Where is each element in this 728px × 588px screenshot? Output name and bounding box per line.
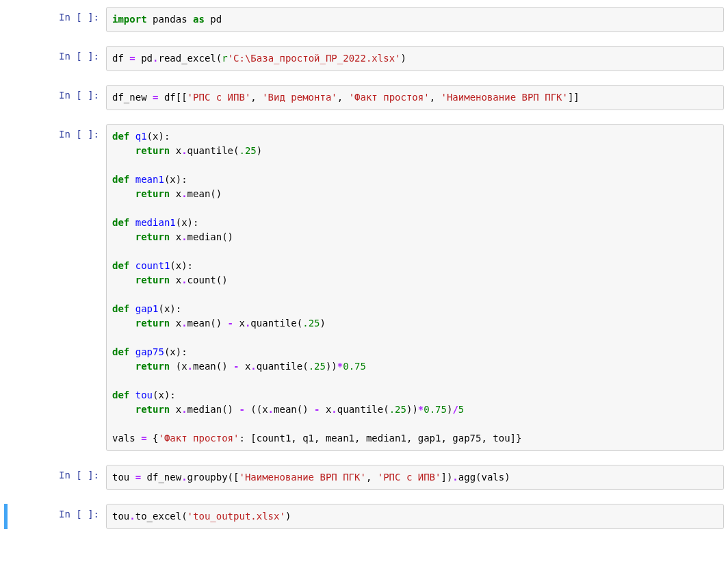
code-content[interactable]: df_new = df[['РПС с ИПВ', 'Вид ремонта',… (112, 90, 718, 105)
code-cell-3[interactable]: In [ ]:def q1(x): return x.quantile(.25)… (4, 124, 724, 451)
code-input-area[interactable]: import pandas as pd (106, 7, 724, 32)
prompt-label: In [ ]: (10, 46, 106, 62)
code-content[interactable]: import pandas as pd (112, 12, 718, 27)
code-input-area[interactable]: def q1(x): return x.quantile(.25) def me… (106, 124, 724, 451)
prompt-label: In [ ]: (10, 7, 106, 23)
prompt-label: In [ ]: (10, 85, 106, 101)
prompt-label: In [ ]: (10, 465, 106, 481)
code-content[interactable]: tou.to_excel('tou_output.xlsx') (112, 509, 718, 524)
code-input-area[interactable]: df_new = df[['РПС с ИПВ', 'Вид ремонта',… (106, 85, 724, 110)
code-cell-4[interactable]: In [ ]:tou = df_new.groupby(['Наименован… (4, 465, 724, 490)
code-content[interactable]: tou = df_new.groupby(['Наименование ВРП … (112, 470, 718, 485)
code-input-area[interactable]: tou.to_excel('tou_output.xlsx') (106, 504, 724, 529)
code-content[interactable]: df = pd.read_excel(r'C:\База_простой_ПР_… (112, 51, 718, 66)
code-input-area[interactable]: tou = df_new.groupby(['Наименование ВРП … (106, 465, 724, 490)
notebook-cells: In [ ]:import pandas as pdIn [ ]:df = pd… (4, 7, 724, 529)
code-cell-2[interactable]: In [ ]:df_new = df[['РПС с ИПВ', 'Вид ре… (4, 85, 724, 110)
prompt-label: In [ ]: (10, 504, 106, 520)
code-cell-5[interactable]: In [ ]:tou.to_excel('tou_output.xlsx') (4, 504, 724, 529)
code-cell-1[interactable]: In [ ]:df = pd.read_excel(r'C:\База_прос… (4, 46, 724, 71)
code-cell-0[interactable]: In [ ]:import pandas as pd (4, 7, 724, 32)
code-input-area[interactable]: df = pd.read_excel(r'C:\База_простой_ПР_… (106, 46, 724, 71)
code-content[interactable]: def q1(x): return x.quantile(.25) def me… (112, 129, 718, 446)
prompt-label: In [ ]: (10, 124, 106, 140)
